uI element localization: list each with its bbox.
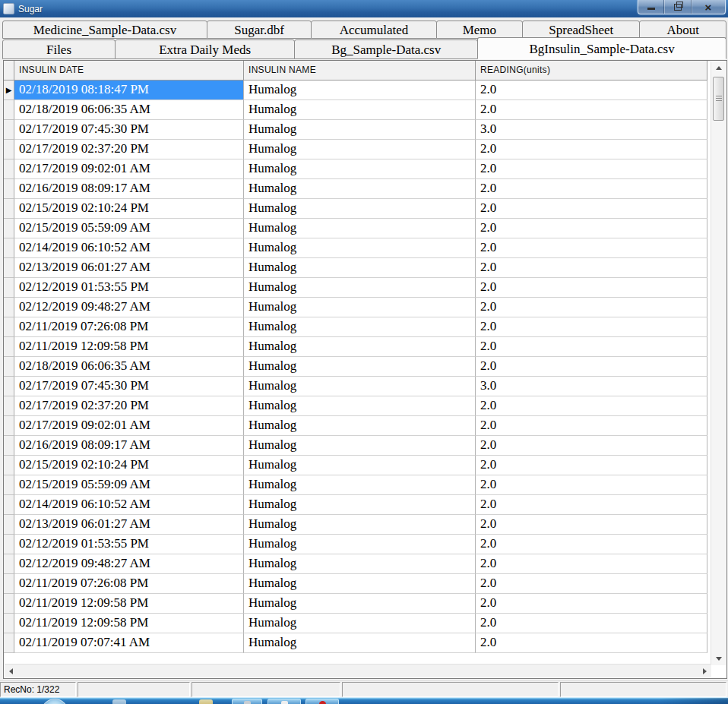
cell-units[interactable]: 2.0 bbox=[476, 614, 707, 633]
cell-name[interactable]: Humalog bbox=[244, 298, 476, 317]
cell-units[interactable]: 2.0 bbox=[476, 436, 707, 456]
cell-date[interactable]: 02/18/2019 06:06:35 AM bbox=[14, 100, 244, 120]
taskbar-window-button-2[interactable] bbox=[267, 699, 301, 704]
table-row[interactable]: 02/15/2019 02:10:24 PMHumalog2.0 bbox=[4, 456, 711, 475]
cell-date[interactable]: 02/14/2019 06:10:52 AM bbox=[14, 495, 244, 515]
cell-name[interactable]: Humalog bbox=[244, 199, 476, 219]
table-row[interactable]: 02/17/2019 02:37:20 PMHumalog2.0 bbox=[4, 396, 711, 416]
cell-date[interactable]: 02/17/2019 07:45:30 PM bbox=[14, 377, 244, 396]
cell-date[interactable]: 02/14/2019 06:10:52 AM bbox=[14, 238, 244, 258]
cell-name[interactable]: Humalog bbox=[244, 159, 476, 179]
cell-date[interactable]: 02/16/2019 08:09:17 AM bbox=[14, 436, 244, 456]
cell-date[interactable]: 02/11/2019 12:09:58 PM bbox=[14, 337, 244, 357]
cell-date[interactable]: 02/18/2019 06:06:35 AM bbox=[14, 357, 244, 377]
cell-units[interactable]: 2.0 bbox=[476, 100, 707, 120]
scroll-up-button[interactable] bbox=[711, 62, 726, 74]
cell-units[interactable]: 2.0 bbox=[476, 456, 707, 475]
table-row[interactable]: 02/18/2019 06:06:35 AMHumalog2.0 bbox=[4, 357, 711, 377]
cell-date[interactable]: 02/17/2019 07:45:30 PM bbox=[14, 120, 244, 140]
cell-date[interactable]: 02/11/2019 07:26:08 PM bbox=[14, 317, 244, 337]
cell-date[interactable]: 02/17/2019 09:02:01 AM bbox=[14, 159, 244, 179]
table-row[interactable]: ▶02/18/2019 08:18:47 PMHumalog2.0 bbox=[4, 81, 711, 100]
table-row[interactable]: 02/12/2019 09:48:27 AMHumalog2.0 bbox=[4, 554, 711, 574]
cell-units[interactable]: 2.0 bbox=[476, 535, 707, 554]
cell-name[interactable]: Humalog bbox=[244, 179, 476, 199]
tab-memo[interactable]: Memo bbox=[436, 21, 524, 39]
tab-spreadsheet[interactable]: SpreadSheet bbox=[522, 21, 640, 39]
table-row[interactable]: 02/17/2019 07:45:30 PMHumalog3.0 bbox=[4, 377, 711, 396]
cell-name[interactable]: Humalog bbox=[244, 219, 476, 238]
tab-extra-daily-meds[interactable]: Extra Daily Meds bbox=[115, 39, 295, 59]
cell-units[interactable]: 2.0 bbox=[476, 416, 707, 436]
cell-date[interactable]: 02/12/2019 01:53:55 PM bbox=[14, 535, 244, 554]
cell-name[interactable]: Humalog bbox=[244, 100, 476, 120]
table-row[interactable]: 02/12/2019 09:48:27 AMHumalog2.0 bbox=[4, 298, 711, 317]
table-row[interactable]: 02/13/2019 06:01:27 AMHumalog2.0 bbox=[4, 515, 711, 535]
tab-accumulated[interactable]: Accumulated bbox=[311, 21, 436, 39]
table-row[interactable]: 02/18/2019 06:06:35 AMHumalog2.0 bbox=[4, 100, 711, 120]
cell-date[interactable]: 02/13/2019 06:01:27 AM bbox=[14, 515, 244, 535]
taskbar-window-button-1[interactable] bbox=[232, 699, 262, 704]
start-button[interactable] bbox=[41, 699, 68, 704]
cell-units[interactable]: 2.0 bbox=[476, 515, 707, 535]
table-row[interactable]: 02/16/2019 08:09:17 AMHumalog2.0 bbox=[4, 436, 711, 456]
table-row[interactable]: 02/15/2019 05:59:09 AMHumalog2.0 bbox=[4, 475, 711, 495]
table-row[interactable]: 02/17/2019 09:02:01 AMHumalog2.0 bbox=[4, 416, 711, 436]
cell-units[interactable]: 2.0 bbox=[476, 633, 707, 653]
tab-bginsulin-sample-data-csv[interactable]: BgInsulin_Sample-Data.csv bbox=[477, 37, 726, 59]
cell-units[interactable]: 2.0 bbox=[476, 219, 707, 238]
scroll-right-button[interactable] bbox=[698, 665, 711, 677]
cell-name[interactable]: Humalog bbox=[244, 475, 476, 495]
table-row[interactable]: 02/16/2019 08:09:17 AMHumalog2.0 bbox=[4, 179, 711, 199]
cell-name[interactable]: Humalog bbox=[244, 396, 476, 416]
taskbar-window-button-3[interactable] bbox=[305, 699, 339, 704]
cell-date[interactable]: 02/18/2019 08:18:47 PM bbox=[14, 81, 244, 100]
cell-name[interactable]: Humalog bbox=[244, 594, 476, 614]
table-row[interactable]: 02/11/2019 07:26:08 PMHumalog2.0 bbox=[4, 574, 711, 594]
cell-name[interactable]: Humalog bbox=[244, 337, 476, 357]
cell-name[interactable]: Humalog bbox=[244, 495, 476, 515]
cell-units[interactable]: 2.0 bbox=[476, 159, 707, 179]
column-header-insulin-name[interactable]: INSULIN NAME bbox=[244, 61, 476, 81]
cell-name[interactable]: Humalog bbox=[244, 416, 476, 436]
cell-date[interactable]: 02/15/2019 05:59:09 AM bbox=[14, 219, 244, 238]
cell-units[interactable]: 2.0 bbox=[476, 396, 707, 416]
cell-units[interactable]: 2.0 bbox=[476, 81, 707, 100]
minimize-button[interactable] bbox=[638, 0, 663, 14]
cell-name[interactable]: Humalog bbox=[244, 140, 476, 159]
cell-units[interactable]: 2.0 bbox=[476, 574, 707, 594]
cell-name[interactable]: Humalog bbox=[244, 554, 476, 574]
scroll-left-button[interactable] bbox=[5, 665, 17, 677]
table-row[interactable]: 02/13/2019 06:01:27 AMHumalog2.0 bbox=[4, 258, 711, 278]
cell-name[interactable]: Humalog bbox=[244, 120, 476, 140]
table-row[interactable]: 02/14/2019 06:10:52 AMHumalog2.0 bbox=[4, 495, 711, 515]
cell-units[interactable]: 2.0 bbox=[476, 317, 707, 337]
horizontal-scrollbar[interactable] bbox=[5, 664, 711, 677]
cell-name[interactable]: Humalog bbox=[244, 238, 476, 258]
tab-bg-sample-data-csv[interactable]: Bg_Sample-Data.csv bbox=[294, 39, 478, 59]
table-row[interactable]: 02/17/2019 07:45:30 PMHumalog3.0 bbox=[4, 120, 711, 140]
cell-name[interactable]: Humalog bbox=[244, 574, 476, 594]
table-row[interactable]: 02/11/2019 12:09:58 PMHumalog2.0 bbox=[4, 614, 711, 633]
cell-date[interactable]: 02/11/2019 12:09:58 PM bbox=[14, 614, 244, 633]
cell-name[interactable]: Humalog bbox=[244, 436, 476, 456]
cell-date[interactable]: 02/12/2019 09:48:27 AM bbox=[14, 298, 244, 317]
cell-date[interactable]: 02/15/2019 02:10:24 PM bbox=[14, 199, 244, 219]
cell-name[interactable]: Humalog bbox=[244, 535, 476, 554]
table-row[interactable]: 02/14/2019 06:10:52 AMHumalog2.0 bbox=[4, 238, 711, 258]
cell-date[interactable]: 02/17/2019 02:37:20 PM bbox=[14, 140, 244, 159]
cell-date[interactable]: 02/17/2019 09:02:01 AM bbox=[14, 416, 244, 436]
taskbar-icon-2[interactable] bbox=[199, 699, 213, 704]
cell-units[interactable]: 2.0 bbox=[476, 357, 707, 377]
cell-name[interactable]: Humalog bbox=[244, 515, 476, 535]
table-row[interactable]: 02/12/2019 01:53:55 PMHumalog2.0 bbox=[4, 278, 711, 298]
tab-files[interactable]: Files bbox=[2, 39, 116, 59]
tab-medicine-sample-data-csv[interactable]: Medicine_Sample-Data.csv bbox=[2, 21, 207, 39]
cell-units[interactable]: 2.0 bbox=[476, 475, 707, 495]
table-row[interactable]: 02/11/2019 12:09:58 PMHumalog2.0 bbox=[4, 594, 711, 614]
taskbar-icon-1[interactable] bbox=[112, 699, 126, 704]
table-row[interactable]: 02/15/2019 05:59:09 AMHumalog2.0 bbox=[4, 219, 711, 238]
tab-sugar-dbf[interactable]: Sugar.dbf bbox=[207, 21, 312, 39]
column-header-reading-units[interactable]: READING(units) bbox=[476, 61, 707, 81]
cell-units[interactable]: 2.0 bbox=[476, 337, 707, 357]
